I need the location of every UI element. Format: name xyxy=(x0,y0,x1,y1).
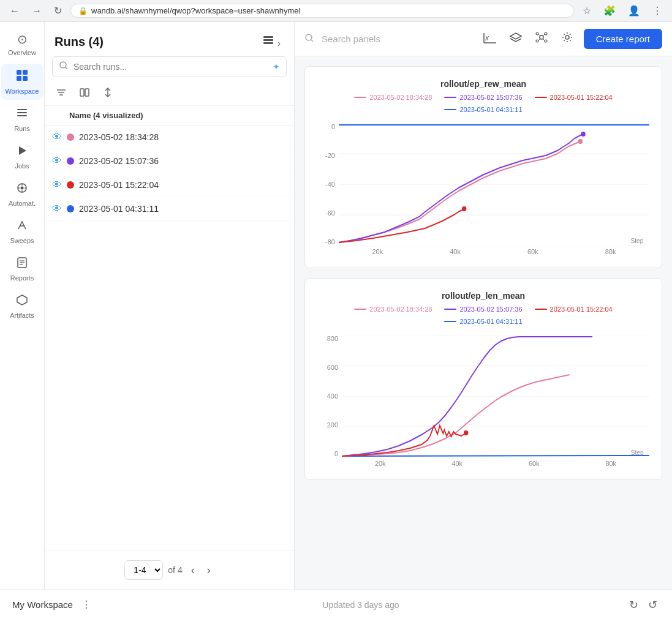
pagination-select[interactable]: 1-4 xyxy=(124,560,163,580)
legend-item-1a: 2023-05-02 18:34:28 xyxy=(354,94,432,101)
legend-item-2d: 2023-05-01 04:31:11 xyxy=(444,318,522,325)
url-text: wandb.ai/shawnhymel/qwop?workspace=user-… xyxy=(91,6,300,15)
pagination-prev[interactable]: ‹ xyxy=(187,561,198,579)
svg-text:Step: Step xyxy=(631,449,644,456)
undo-button[interactable]: ↻ xyxy=(627,596,641,614)
y-label-2-800: 800 xyxy=(327,335,338,342)
svg-text:Step: Step xyxy=(630,237,643,244)
run-visibility-toggle-1[interactable]: 👁 xyxy=(52,132,62,143)
sidebar: ⊙ Overview Workspace xyxy=(0,22,45,590)
chart-title-2: rollout/ep_len_mean xyxy=(317,291,649,301)
legend-item-2c: 2023-05-01 15:22:04 xyxy=(535,306,613,313)
svg-rect-2 xyxy=(17,76,21,81)
run-visibility-toggle-2[interactable]: 👁 xyxy=(52,156,62,167)
svg-line-41 xyxy=(543,34,545,36)
y-label-1-60: -60 xyxy=(325,209,335,217)
redo-button[interactable]: ↺ xyxy=(646,596,660,614)
sidebar-label-overview: Overview xyxy=(8,49,36,56)
x-label-2-80k: 80k xyxy=(605,460,616,467)
legend-line-1d xyxy=(444,109,456,110)
runs-search-input[interactable] xyxy=(74,62,268,72)
legend-label-1d: 2023-05-01 04:31:11 xyxy=(459,106,522,113)
runs-search-bar[interactable]: ✦ xyxy=(52,56,287,77)
legend-label-1c: 2023-05-01 15:22:04 xyxy=(550,94,613,101)
create-report-button[interactable]: Create report xyxy=(584,29,662,49)
sidebar-label-automations: Automat. xyxy=(9,200,36,207)
y-label-2-400: 400 xyxy=(327,392,338,400)
chart-1-plot: Step xyxy=(339,123,649,246)
svg-marker-18 xyxy=(17,295,27,305)
y-label-2-0: 0 xyxy=(334,450,338,457)
legend-line-1c xyxy=(535,97,547,98)
run-visibility-toggle-4[interactable]: 👁 xyxy=(52,203,62,214)
chart-title-1: rollout/ep_rew_mean xyxy=(317,79,649,89)
sort-button[interactable] xyxy=(99,84,117,103)
profile-button[interactable]: 👤 xyxy=(624,4,644,18)
run-row[interactable]: 👁 2023-05-01 15:22:04 xyxy=(45,173,294,197)
run-color-dot-4 xyxy=(67,205,74,212)
back-button[interactable]: ← xyxy=(6,4,23,18)
sidebar-item-overview[interactable]: ⊙ Overview xyxy=(1,27,43,61)
svg-rect-20 xyxy=(263,39,273,41)
svg-point-22 xyxy=(60,62,66,68)
legend-line-2d xyxy=(444,321,456,322)
svg-text:x: x xyxy=(485,34,489,42)
legend-line-1a xyxy=(354,97,366,98)
svg-rect-6 xyxy=(17,115,27,116)
workspace-toolbar: Search panels x xyxy=(295,22,672,56)
settings-button[interactable] xyxy=(558,28,576,50)
sidebar-item-reports[interactable]: Reports xyxy=(1,252,43,287)
run-row[interactable]: 👁 2023-05-02 18:34:28 xyxy=(45,126,294,149)
nodes-button[interactable] xyxy=(532,28,551,50)
extensions-button[interactable]: 🧩 xyxy=(600,4,619,18)
svg-line-40 xyxy=(538,34,540,36)
run-row[interactable]: 👁 2023-05-02 15:07:36 xyxy=(45,149,294,173)
x-axis-button[interactable]: x xyxy=(481,28,499,50)
run-color-dot-3 xyxy=(67,181,74,189)
legend-line-2a xyxy=(354,309,366,310)
sidebar-item-automations[interactable]: Automat. xyxy=(1,177,43,212)
chart-2-container: 800 600 400 200 0 xyxy=(317,335,649,457)
columns-button[interactable] xyxy=(75,84,94,103)
pagination-next[interactable]: › xyxy=(203,561,214,579)
run-row[interactable]: 👁 2023-05-01 04:31:11 xyxy=(45,197,294,221)
sidebar-item-runs[interactable]: Runs xyxy=(1,102,43,137)
overview-icon: ⊙ xyxy=(17,32,28,47)
svg-point-51 xyxy=(581,132,586,137)
menu-button[interactable]: ⋮ xyxy=(649,4,666,18)
sidebar-item-sweeps[interactable]: Sweeps xyxy=(1,214,43,249)
runs-panel: Runs (4) › ✦ xyxy=(45,22,295,590)
svg-point-38 xyxy=(536,40,538,42)
updated-text: Updated 3 days ago xyxy=(322,600,399,610)
forward-button[interactable]: → xyxy=(28,4,45,18)
sidebar-item-jobs[interactable]: Jobs xyxy=(1,140,43,174)
run-visibility-toggle-3[interactable]: 👁 xyxy=(52,179,62,190)
runs-icon xyxy=(16,107,28,122)
run-name-3: 2023-05-01 15:22:04 xyxy=(79,180,159,190)
filter-options-icon[interactable]: ✦ xyxy=(273,62,280,72)
legend-label-1a: 2023-05-02 18:34:28 xyxy=(369,94,432,101)
sidebar-item-artifacts[interactable]: Artifacts xyxy=(1,289,43,324)
automations-icon xyxy=(16,182,28,197)
legend-line-2c xyxy=(535,309,547,310)
browser-chrome: ← → ↻ 🔒 wandb.ai/shawnhymel/qwop?workspa… xyxy=(0,0,672,22)
sidebar-item-workspace[interactable]: Workspace xyxy=(1,64,43,100)
legend-item-2b: 2023-05-02 15:07:36 xyxy=(444,306,522,313)
sidebar-label-artifacts: Artifacts xyxy=(10,312,34,319)
y-label-1-0: 0 xyxy=(331,123,335,130)
workspace-panel: Search panels x xyxy=(295,22,672,590)
bookmark-button[interactable]: ☆ xyxy=(579,4,595,18)
layers-button[interactable] xyxy=(507,28,525,50)
svg-rect-3 xyxy=(23,76,28,81)
svg-point-39 xyxy=(545,40,547,42)
filter-button[interactable] xyxy=(52,84,70,103)
workspace-icon xyxy=(15,69,29,85)
workspace-more-button[interactable]: ⋮ xyxy=(78,598,95,612)
svg-rect-0 xyxy=(17,70,21,75)
chart-card-1: rollout/ep_rew_mean 2023-05-02 18:34:28 … xyxy=(304,66,662,268)
runs-title: Runs (4) xyxy=(55,35,104,49)
column-view-button[interactable]: › xyxy=(259,32,284,51)
address-bar[interactable]: 🔒 wandb.ai/shawnhymel/qwop?workspace=use… xyxy=(70,4,574,18)
chart-card-2: rollout/ep_len_mean 2023-05-02 18:34:28 … xyxy=(304,278,662,480)
refresh-button[interactable]: ↻ xyxy=(50,4,66,18)
